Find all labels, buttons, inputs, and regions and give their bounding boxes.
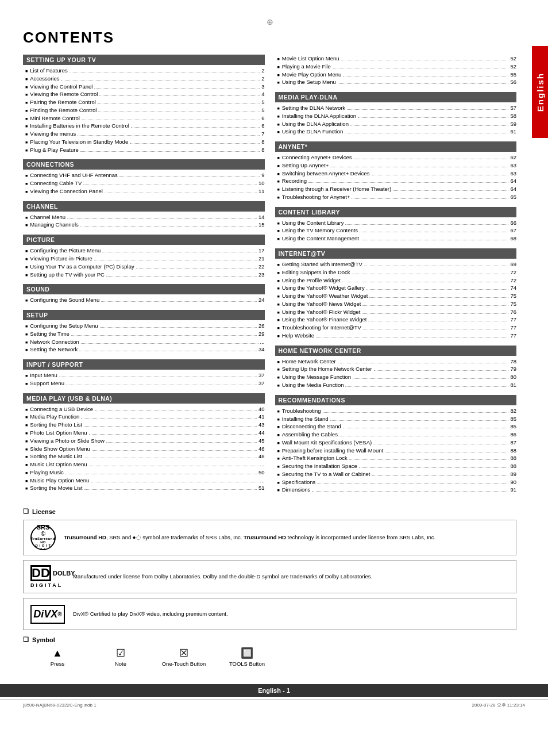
toc-dots bbox=[66, 385, 257, 385]
toc-item-label: Using the Setup Menu bbox=[282, 78, 336, 86]
toc-item: Setting the Network34 bbox=[23, 346, 265, 354]
divx-license-text: DivX® Certified to play DivX® video, inc… bbox=[73, 610, 228, 618]
toc-item: Media Play Function41 bbox=[23, 413, 265, 421]
toc-page-number: 29 bbox=[258, 330, 265, 338]
symbol-item: ▲Press bbox=[34, 648, 80, 667]
toc-section: CONTENT LIBRARYUsing the Content Library… bbox=[275, 207, 517, 243]
toc-item: Managing Channels15 bbox=[23, 221, 265, 229]
section-header: INTERNET@TV bbox=[275, 248, 517, 259]
symbol-row: ▲Press☑Note☒One-Touch Button🔲TOOLS Butto… bbox=[23, 648, 516, 667]
toc-item: Sorting the Music List48 bbox=[23, 452, 265, 460]
toc-item-label: Connecting a USB Device bbox=[30, 405, 93, 413]
toc-item-label: Editing Snippets in the Dock bbox=[282, 268, 350, 277]
toc-item-label: Wall Mount Kit Specifications (VESA) bbox=[282, 439, 372, 447]
toc-item-label: Setting the Time bbox=[30, 330, 70, 338]
toc-section: HOME NETWORK CENTERHome Network Center78… bbox=[275, 346, 517, 389]
toc-item-label: Troubleshooting for Internet@TV bbox=[282, 324, 361, 332]
symbol-label: One-Touch Button bbox=[162, 661, 206, 667]
toc-item: Using the Setup Menu56 bbox=[275, 78, 517, 86]
toc-item: Troubleshooting for Anynet+65 bbox=[275, 193, 517, 201]
section-header: RECOMMENDATIONS bbox=[275, 395, 517, 405]
toc-item: Network Connection... bbox=[23, 338, 265, 346]
toc-dots bbox=[61, 80, 260, 80]
toc-dots bbox=[317, 483, 508, 484]
toc-dots bbox=[67, 218, 257, 219]
toc-item: Using the Profile Widget72 bbox=[275, 277, 517, 285]
toc-dots bbox=[89, 434, 257, 435]
toc-item-label: Recording bbox=[282, 177, 307, 185]
toc-page-number: 17 bbox=[258, 247, 265, 255]
toc-item-label: Mini Remote Control bbox=[30, 114, 80, 122]
section-header: MEDIA PLAY (USB & DLNA) bbox=[23, 393, 265, 404]
toc-item: Home Network Center78 bbox=[275, 358, 517, 366]
toc-dots bbox=[65, 474, 257, 474]
toc-page-number: 59 bbox=[510, 120, 516, 128]
toc-section: Movie List Option Menu52Playing a Movie … bbox=[275, 55, 517, 86]
toc-item-label: Input Menu bbox=[30, 371, 57, 379]
toc-page-number: 22 bbox=[258, 263, 265, 271]
toc-item-label: Installing the Stand bbox=[282, 415, 329, 423]
toc-page-number: 89 bbox=[510, 470, 516, 478]
toc-item-label: Music Play Option Menu bbox=[30, 477, 89, 485]
toc-item-label: Configuring the Setup Menu bbox=[30, 322, 98, 330]
toc-item: Switching between Anynet+ Devices63 bbox=[275, 170, 517, 178]
srs-logo-sub: TruSurround HD bbox=[31, 537, 55, 544]
toc-item-label: Securing the Installation Space bbox=[282, 462, 357, 470]
toc-page-number: 75 bbox=[510, 300, 516, 308]
toc-page-number: 75 bbox=[510, 292, 516, 300]
toc-page-number: 69 bbox=[510, 260, 516, 268]
symbol-icon: 🔲 bbox=[241, 648, 253, 658]
toc-item-label: Finding the Remote Control bbox=[30, 106, 97, 114]
toc-page-number: 62 bbox=[510, 153, 516, 162]
toc-page-number: 52 bbox=[510, 63, 516, 71]
toc-dots bbox=[94, 260, 257, 260]
toc-dots bbox=[84, 458, 257, 458]
toc-page-number: 9 bbox=[261, 171, 264, 179]
page-title: CONTENTS bbox=[23, 29, 516, 47]
toc-page-number: 41 bbox=[258, 413, 265, 421]
toc-dots bbox=[80, 151, 260, 152]
toc-page-number: 78 bbox=[510, 358, 516, 366]
toc-item: Using the Content Library66 bbox=[275, 219, 517, 227]
toc-page-number: 76 bbox=[510, 308, 516, 316]
toc-dots bbox=[79, 351, 257, 351]
toc-section: INPUT / SUPPORTInput Menu37Support Menu3… bbox=[23, 359, 265, 387]
toc-dots bbox=[366, 289, 509, 290]
toc-item: Wall Mount Kit Specifications (VESA)87 bbox=[275, 439, 517, 447]
symbol-item: 🔲TOOLS Button bbox=[224, 648, 270, 667]
toc-page-number: 6 bbox=[261, 114, 264, 122]
toc-item-label: Viewing the Connection Panel bbox=[30, 187, 103, 195]
section-header: INPUT / SUPPORT bbox=[23, 359, 265, 370]
right-column: Movie List Option Menu52Playing a Movie … bbox=[275, 55, 517, 500]
toc-dots bbox=[333, 68, 509, 68]
toc-item: Using the DLNA Function61 bbox=[275, 128, 517, 136]
toc-page-number: 46 bbox=[258, 445, 265, 453]
toc-page-number: 91 bbox=[510, 486, 516, 494]
toc-page-number: 44 bbox=[258, 429, 265, 437]
toc-item: Setting up the TV with your PC23 bbox=[23, 271, 265, 279]
toc-item-label: Connecting Cable TV bbox=[30, 179, 82, 187]
section-header: PICTURE bbox=[23, 235, 265, 245]
toc-page-number: 6 bbox=[261, 122, 264, 130]
toc-item-label: Playing a Movie File bbox=[282, 63, 331, 71]
toc-page-number: 40 bbox=[258, 405, 265, 413]
toc-item: Using the Yahoo!® Weather Widget75 bbox=[275, 292, 517, 300]
toc-item: Using the Message Function80 bbox=[275, 373, 517, 381]
sidebar-english-label: English bbox=[532, 46, 548, 138]
crosshair-top: ⊕ bbox=[23, 17, 516, 26]
toc-item-label: Plug & Play Feature bbox=[30, 146, 79, 154]
footer-bar: English - 1 bbox=[0, 684, 548, 697]
toc-item-label: Using the Profile Widget bbox=[282, 277, 341, 285]
toc-item: Using the TV Memory Contents67 bbox=[275, 227, 517, 235]
toc-item: Photo List Option Menu44 bbox=[23, 429, 265, 437]
toc-page-number: ... bbox=[260, 338, 265, 346]
toc-page-number: 26 bbox=[258, 322, 265, 330]
toc-page-number: 37 bbox=[258, 379, 265, 387]
toc-item-label: Using the Media Function bbox=[282, 381, 344, 389]
toc-dots bbox=[352, 274, 509, 274]
symbol-label: Note bbox=[115, 661, 126, 667]
toc-page-number: 64 bbox=[510, 177, 516, 185]
divx-logo: DiVX® bbox=[30, 605, 65, 624]
toc-page-number: 34 bbox=[258, 346, 265, 354]
toc-item-label: Troubleshooting bbox=[282, 407, 321, 415]
